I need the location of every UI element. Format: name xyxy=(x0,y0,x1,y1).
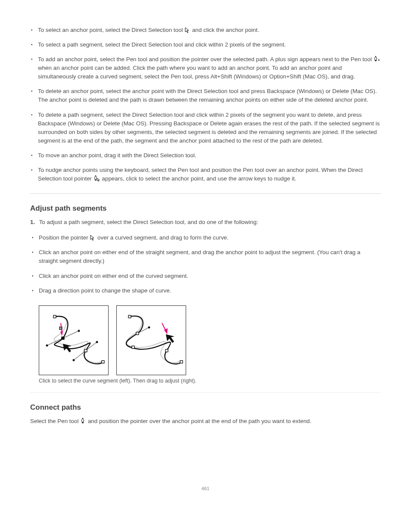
svg-rect-15 xyxy=(102,361,104,363)
text-run: To add an anchor point, select the Pen t… xyxy=(38,56,374,62)
paragraph: Select the Pen tool and position the poi… xyxy=(30,417,381,426)
svg-rect-23 xyxy=(132,346,134,348)
bullet-dot: • xyxy=(30,87,38,96)
bullet-text: To delete a path segment, select the Dir… xyxy=(38,111,381,145)
step-intro: 1. To adjust a path segment, select the … xyxy=(30,218,381,227)
bullet-dot: • xyxy=(30,151,38,160)
bullet-dot: • xyxy=(31,233,39,242)
svg-rect-19 xyxy=(128,315,131,318)
bullet-item: • To delete a path segment, select the D… xyxy=(30,111,381,145)
bullet-dot: • xyxy=(31,286,39,295)
figure-caption: Click to select the curve segment (left)… xyxy=(39,378,381,384)
bullet-dot: • xyxy=(30,166,38,174)
bullet-item: • To move an anchor point, drag it with … xyxy=(30,151,381,160)
section-heading-adjust: Adjust path segments xyxy=(30,204,381,213)
svg-rect-21 xyxy=(165,349,168,352)
text-run: over a curved segment, and drag to form … xyxy=(97,234,228,241)
bullet-item: • To select a path segment, select the D… xyxy=(30,40,381,49)
bullet-text: Click an anchor point on either end of t… xyxy=(39,248,381,265)
bullet-dot: • xyxy=(30,40,38,49)
direct-selection-pointer-icon xyxy=(184,27,190,33)
text-run: Position the pointer xyxy=(39,234,90,241)
svg-rect-25 xyxy=(82,422,84,423)
bullet-dot: • xyxy=(30,55,38,64)
bullet-text: To add an anchor point, select the Pen t… xyxy=(38,55,381,81)
pen-direct-select-icon xyxy=(93,175,100,182)
svg-point-18 xyxy=(148,326,150,328)
bullet-item: • To add an anchor point, select the Pen… xyxy=(30,55,381,81)
bullet-item: • To select an anchor point, select the … xyxy=(30,26,381,34)
bullet-item: • To delete an anchor point, select the … xyxy=(30,87,381,104)
bullet-dot: • xyxy=(31,248,39,257)
pen-tool-icon xyxy=(80,417,86,424)
bullet-item: • To nudge anchor points using the keybo… xyxy=(30,166,381,183)
section-divider xyxy=(30,193,381,194)
bullet-list-select-edit: • To select an anchor point, select the … xyxy=(30,26,381,183)
svg-point-10 xyxy=(96,341,98,343)
bullet-text: To select an anchor point, select the Di… xyxy=(38,26,381,34)
svg-rect-0 xyxy=(375,60,376,61)
bullet-item: • Drag a direction point to change the s… xyxy=(31,286,381,295)
bullet-item: • Position the pointer over a curved seg… xyxy=(31,233,381,242)
bullet-text: Position the pointer over a curved segme… xyxy=(39,233,381,242)
bullet-item: • Click an anchor point on either end of… xyxy=(31,272,381,280)
bullet-text: To nudge anchor points using the keyboar… xyxy=(38,166,381,183)
svg-rect-13 xyxy=(62,337,64,339)
svg-rect-22 xyxy=(180,361,183,363)
svg-rect-2 xyxy=(95,180,96,180)
svg-point-8 xyxy=(78,330,80,332)
text-run: and click the anchor point. xyxy=(192,27,259,33)
bullet-text: Click an anchor point on either end of t… xyxy=(39,272,381,280)
bullet-dot: • xyxy=(30,111,38,119)
text-run: and position the pointer over the anchor… xyxy=(88,418,311,424)
step-text: To adjust a path segment, select the Dir… xyxy=(39,219,258,225)
bullet-dot: • xyxy=(31,272,39,280)
figure-right xyxy=(116,305,186,375)
text-run: Select the Pen tool xyxy=(30,418,80,424)
svg-point-9 xyxy=(73,359,75,361)
text-run: when an anchor point can be added. Click… xyxy=(38,65,355,80)
figure-row xyxy=(39,305,381,375)
step-number: 1. xyxy=(30,219,35,225)
bullet-item: • Click an anchor point on either end of… xyxy=(31,248,381,265)
pen-tool-plus-icon: + xyxy=(374,56,380,62)
bullet-text: To move an anchor point, drag it with th… xyxy=(38,151,381,159)
svg-rect-20 xyxy=(136,332,139,335)
bullet-dot: • xyxy=(30,26,38,34)
svg-rect-14 xyxy=(84,349,87,352)
direct-selection-pointer-icon xyxy=(90,235,96,241)
section-heading-connect: Connect paths xyxy=(30,403,381,412)
svg-line-17 xyxy=(137,327,149,333)
figure-left xyxy=(39,305,109,375)
page-number: 461 xyxy=(30,486,381,491)
bullet-text: To delete an anchor point, select the an… xyxy=(38,87,381,104)
svg-text:+: + xyxy=(378,58,380,62)
svg-point-7 xyxy=(46,344,48,346)
bullet-list-adjust: • Position the pointer over a curved seg… xyxy=(31,233,381,295)
section-divider xyxy=(30,392,381,393)
svg-rect-11 xyxy=(53,315,56,318)
bullet-text: Drag a direction point to change the sha… xyxy=(39,286,381,295)
bullet-text: To select a path segment, select the Dir… xyxy=(38,40,381,49)
text-run: appears, click to select the anchor poin… xyxy=(102,175,296,182)
text-run: To select an anchor point, select the Di… xyxy=(38,27,184,33)
